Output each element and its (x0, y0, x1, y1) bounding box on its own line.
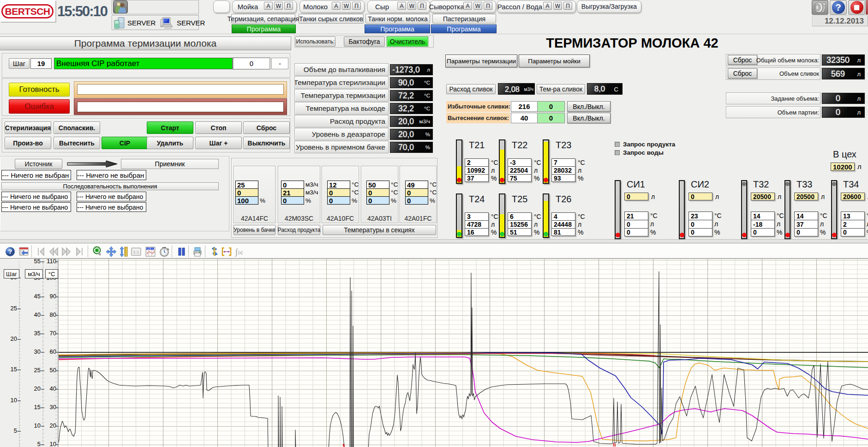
svg-text:1:1: 1:1 (133, 250, 139, 254)
svg-text:-: - (152, 248, 153, 250)
svg-text:?: ? (8, 248, 12, 255)
svg-text:∫: ∫ (235, 247, 238, 257)
svg-text:+: + (147, 248, 149, 250)
svg-text:[x]: [x] (238, 250, 243, 255)
